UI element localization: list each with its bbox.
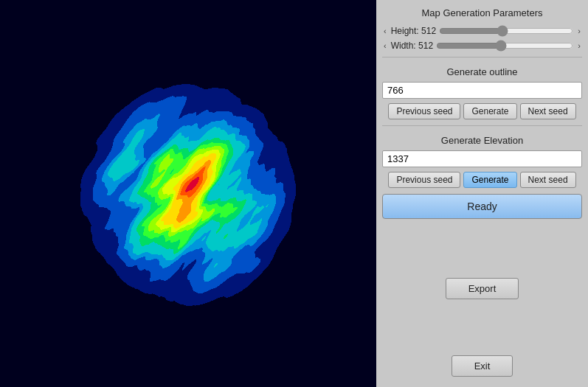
divider-1 bbox=[382, 57, 582, 57]
panel-title: Map Generation Parameters bbox=[421, 7, 542, 18]
outline-button-row: Previous seed Generate Next seed bbox=[382, 103, 582, 119]
height-left-arrow[interactable]: ‹ bbox=[382, 27, 388, 35]
export-button[interactable]: Export bbox=[446, 278, 519, 299]
ready-button[interactable]: Ready bbox=[382, 194, 582, 219]
outline-prev-seed-button[interactable]: Previous seed bbox=[388, 103, 460, 119]
elevation-section-label: Generate Elevation bbox=[441, 135, 523, 146]
elevation-button-row: Previous seed Generate Next seed bbox=[382, 172, 582, 188]
divider-2 bbox=[382, 125, 582, 126]
height-label: Height: 512 bbox=[391, 26, 436, 36]
width-left-arrow[interactable]: ‹ bbox=[382, 41, 388, 50]
height-right-arrow[interactable]: › bbox=[576, 27, 582, 35]
elevation-seed-input[interactable] bbox=[382, 150, 582, 167]
right-panel: Map Generation Parameters ‹ Height: 512 … bbox=[376, 0, 588, 387]
outline-generate-button[interactable]: Generate bbox=[463, 103, 516, 119]
width-label: Width: 512 bbox=[391, 41, 433, 51]
exit-button[interactable]: Exit bbox=[452, 355, 513, 377]
elevation-next-seed-button[interactable]: Next seed bbox=[520, 172, 576, 188]
width-slider-row: ‹ Width: 512 › bbox=[382, 41, 582, 51]
map-canvas bbox=[0, 0, 376, 387]
outline-next-seed-button[interactable]: Next seed bbox=[520, 103, 576, 119]
map-panel bbox=[0, 0, 376, 387]
outline-seed-input[interactable] bbox=[382, 82, 582, 99]
width-right-arrow[interactable]: › bbox=[576, 41, 582, 50]
height-slider[interactable] bbox=[439, 26, 573, 36]
elevation-generate-button[interactable]: Generate bbox=[463, 172, 516, 188]
height-slider-row: ‹ Height: 512 › bbox=[382, 26, 582, 36]
width-slider[interactable] bbox=[436, 41, 573, 51]
elevation-prev-seed-button[interactable]: Previous seed bbox=[388, 172, 460, 188]
outline-section-label: Generate outline bbox=[446, 66, 517, 77]
